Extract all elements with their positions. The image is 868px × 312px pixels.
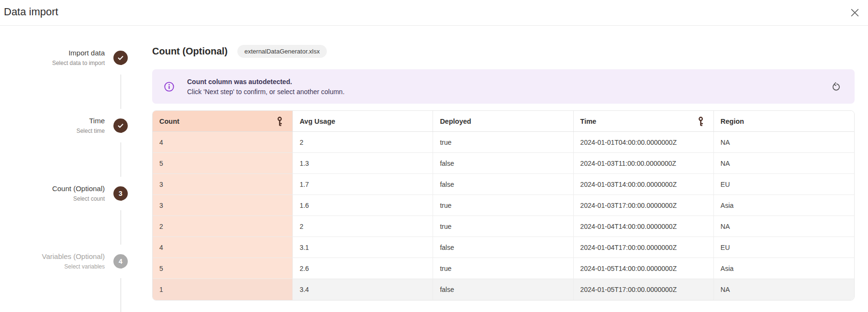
table-cell[interactable]: 5 bbox=[153, 258, 293, 279]
section-heading: Count (Optional) bbox=[152, 46, 228, 57]
step-text: Import data Select data to import bbox=[0, 49, 105, 66]
table-cell[interactable]: false bbox=[433, 153, 573, 173]
reset-button[interactable] bbox=[830, 81, 842, 93]
table-row: 31.6true2024-01-03T17:00:00.0000000ZAsia bbox=[153, 195, 854, 216]
step-subtitle: Select count bbox=[0, 195, 105, 202]
banner-title: Count column was autodetected. bbox=[187, 77, 345, 86]
step-import-data[interactable]: Import data Select data to import bbox=[0, 49, 129, 70]
table-cell[interactable]: 1 bbox=[153, 279, 293, 300]
stepper-connector bbox=[121, 210, 121, 245]
step-status-circle bbox=[113, 51, 128, 65]
table-cell[interactable]: 4 bbox=[153, 132, 293, 152]
step-time[interactable]: Time Select time bbox=[0, 117, 129, 138]
reset-icon bbox=[831, 82, 841, 92]
table-cell[interactable]: 2 bbox=[293, 132, 433, 152]
table-cell[interactable]: 3.1 bbox=[293, 237, 433, 258]
table-cell[interactable]: 3.4 bbox=[293, 279, 433, 300]
table-cell[interactable]: 1.7 bbox=[293, 174, 433, 194]
table-cell[interactable]: NA bbox=[714, 132, 854, 152]
table-cell[interactable]: 4 bbox=[153, 237, 293, 258]
column-label: Time bbox=[580, 118, 597, 125]
table-cell[interactable]: 3 bbox=[153, 195, 293, 215]
table-row: 22true2024-01-04T14:00:00.0000000ZNA bbox=[153, 216, 854, 237]
step-status-circle: 4 bbox=[113, 254, 128, 269]
column-header-region[interactable]: Region bbox=[714, 111, 854, 131]
table-cell[interactable]: 2024-01-01T04:00:00.0000000Z bbox=[574, 132, 714, 152]
table-header-row: Count Avg Usage Deployed Time bbox=[153, 111, 854, 132]
table-cell[interactable]: 2024-01-05T14:00:00.0000000Z bbox=[574, 258, 714, 279]
stepper-connector bbox=[121, 278, 121, 312]
info-banner: Count column was autodetected. Click 'Ne… bbox=[152, 69, 855, 104]
table-cell[interactable]: 2024-01-03T14:00:00.0000000Z bbox=[574, 174, 714, 194]
column-label: Region bbox=[721, 118, 744, 125]
step-title: Variables (Optional) bbox=[0, 252, 105, 261]
table-cell[interactable]: EU bbox=[714, 174, 854, 194]
column-label: Avg Usage bbox=[300, 118, 335, 125]
step-title: Count (Optional) bbox=[0, 184, 105, 193]
table-cell[interactable]: 2024-01-03T17:00:00.0000000Z bbox=[574, 195, 714, 215]
key-icon bbox=[277, 117, 283, 126]
table-cell[interactable]: 2024-01-04T14:00:00.0000000Z bbox=[574, 216, 714, 237]
column-header-deployed[interactable]: Deployed bbox=[433, 111, 573, 131]
table-cell[interactable]: NA bbox=[714, 153, 854, 173]
table-cell[interactable]: 2.6 bbox=[293, 258, 433, 279]
close-icon bbox=[851, 9, 859, 17]
table-row: 51.3false2024-01-03T11:00:00.0000000ZNA bbox=[153, 153, 854, 174]
table-cell[interactable]: false bbox=[433, 174, 573, 194]
step-title: Time bbox=[0, 117, 105, 125]
step-number: 4 bbox=[119, 258, 122, 265]
step-variables[interactable]: Variables (Optional) Select variables 4 bbox=[0, 252, 129, 273]
table-row: 31.7false2024-01-03T14:00:00.0000000ZEU bbox=[153, 174, 854, 195]
table-cell[interactable]: EU bbox=[714, 237, 854, 258]
table-cell[interactable]: 2024-01-03T11:00:00.0000000Z bbox=[574, 153, 714, 173]
step-subtitle: Select time bbox=[0, 128, 105, 134]
step-subtitle: Select data to import bbox=[0, 60, 105, 66]
step-title: Import data bbox=[0, 49, 105, 57]
content-heading-row: Count (Optional) externalDataGenerator.x… bbox=[152, 45, 327, 58]
stepper: Import data Select data to import Time S… bbox=[0, 0, 139, 312]
table-cell[interactable]: 2 bbox=[153, 216, 293, 237]
table-cell[interactable]: false bbox=[433, 237, 573, 258]
table-cell[interactable]: true bbox=[433, 195, 573, 215]
column-label: Count bbox=[159, 118, 179, 125]
table-cell[interactable]: false bbox=[433, 279, 573, 300]
table-cell[interactable]: Asia bbox=[714, 195, 854, 215]
table-row: 52.6true2024-01-05T14:00:00.0000000ZAsia bbox=[153, 258, 854, 279]
table-cell[interactable]: NA bbox=[714, 216, 854, 237]
check-icon bbox=[117, 122, 124, 129]
data-table: Count Avg Usage Deployed Time bbox=[152, 110, 855, 301]
table-cell[interactable]: 1.3 bbox=[293, 153, 433, 173]
data-import-dialog: Data import Import data Select data to i… bbox=[0, 0, 868, 312]
close-button[interactable] bbox=[848, 6, 861, 20]
step-text: Count (Optional) Select count bbox=[0, 184, 105, 202]
table-cell[interactable]: 2024-01-05T17:00:00.0000000Z bbox=[574, 279, 714, 300]
table-cell[interactable]: NA bbox=[714, 279, 854, 300]
file-badge: externalDataGenerator.xlsx bbox=[237, 45, 327, 58]
table-cell[interactable]: 1.6 bbox=[293, 195, 433, 215]
step-text: Time Select time bbox=[0, 117, 105, 134]
check-icon bbox=[117, 54, 124, 62]
table-row: 42true2024-01-01T04:00:00.0000000ZNA bbox=[153, 132, 854, 153]
step-subtitle: Select variables bbox=[0, 263, 105, 270]
column-header-avg-usage[interactable]: Avg Usage bbox=[293, 111, 433, 131]
column-header-count[interactable]: Count bbox=[153, 111, 293, 131]
table-cell[interactable]: 2 bbox=[293, 216, 433, 237]
table-cell[interactable]: 2024-01-04T17:00:00.0000000Z bbox=[574, 237, 714, 258]
table-row: 13.4false2024-01-05T17:00:00.0000000ZNA bbox=[153, 279, 854, 300]
column-label: Deployed bbox=[440, 118, 471, 125]
table-cell[interactable]: true bbox=[433, 132, 573, 152]
table-cell[interactable]: true bbox=[433, 216, 573, 237]
info-icon bbox=[164, 81, 175, 92]
step-status-circle bbox=[113, 118, 128, 133]
table-cell[interactable]: 5 bbox=[153, 153, 293, 173]
table-body: 42true2024-01-01T04:00:00.0000000ZNA51.3… bbox=[153, 132, 854, 300]
table-cell[interactable]: Asia bbox=[714, 258, 854, 279]
table-cell[interactable]: 3 bbox=[153, 174, 293, 194]
column-header-time[interactable]: Time bbox=[574, 111, 714, 131]
step-count[interactable]: Count (Optional) Select count 3 bbox=[0, 184, 129, 205]
step-text: Variables (Optional) Select variables bbox=[0, 252, 105, 270]
banner-message: Click 'Next step' to confirm, or select … bbox=[187, 87, 345, 96]
table-cell[interactable]: true bbox=[433, 258, 573, 279]
stepper-connector bbox=[121, 142, 121, 177]
key-icon bbox=[698, 117, 704, 126]
